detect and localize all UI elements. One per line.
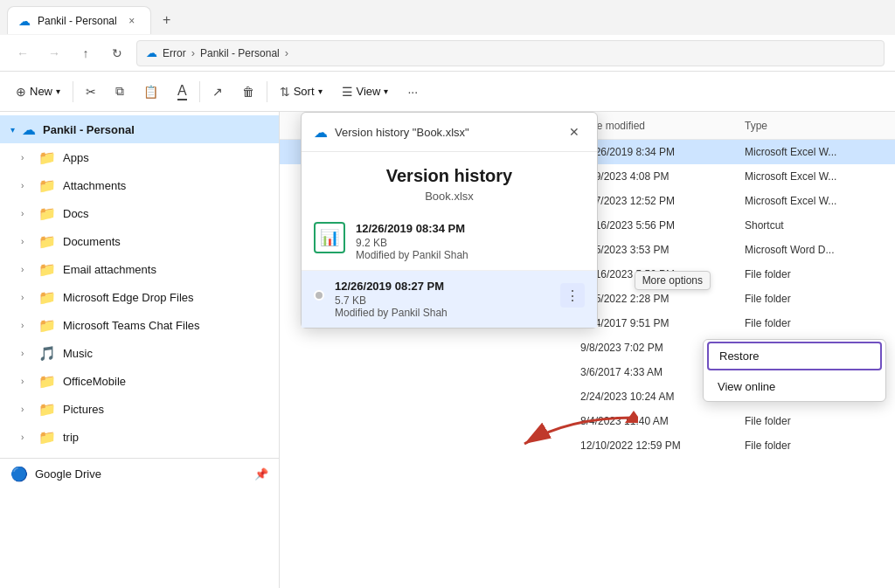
sidebar-item-chevron-icon: › [21, 209, 31, 218]
sidebar-item-officemobile[interactable]: ›📁OfficeMobile [0, 367, 279, 395]
sidebar-item-pictures[interactable]: ›📁Pictures [0, 395, 279, 423]
up-button[interactable]: ↑ [73, 41, 98, 66]
folder-icon: 🎵 [38, 345, 56, 362]
active-tab[interactable]: ☁ Pankil - Personal × [7, 6, 151, 34]
new-button[interactable]: ⊕ New ▾ [7, 77, 69, 107]
version-more-options-button[interactable]: ⋮ [560, 283, 585, 308]
new-chevron-icon: ▾ [56, 86, 60, 96]
sidebar-item-apps[interactable]: ›📁Apps [0, 143, 279, 171]
sort-button[interactable]: ⇅ Sort ▾ [271, 77, 331, 107]
sidebar-item-microsoft-edge-drop-files[interactable]: ›📁Microsoft Edge Drop Files [0, 283, 279, 311]
sidebar-item-label: Email attachments [63, 263, 156, 276]
folder-icon: 📁 [38, 233, 56, 250]
sidebar-item-chevron-icon: › [21, 153, 31, 163]
delete-button[interactable]: 🗑 [233, 77, 263, 107]
share-button[interactable]: ↗ [204, 77, 232, 107]
version-1-date: 12/26/2019 08:34 PM [356, 222, 585, 235]
sidebar-item-chevron-icon: › [21, 405, 31, 414]
sidebar-item-docs[interactable]: ›📁Docs [0, 199, 279, 227]
version-2-modified-by: Modified by Pankil Shah [335, 307, 550, 319]
view-label: View [357, 85, 381, 98]
sidebar-item-label: Docs [63, 207, 89, 220]
sidebar-item-label: Documents [63, 235, 121, 248]
new-icon: ⊕ [16, 85, 26, 99]
main-layout: ▾ ☁ Pankil - Personal ›📁Apps›📁Attachment… [0, 112, 895, 588]
sidebar-footer-google-drive[interactable]: 🔵 Google Drive 📌 [0, 458, 279, 489]
root-onedrive-icon: ☁ [22, 121, 36, 138]
sidebar-root-label: Pankil - Personal [43, 123, 135, 136]
view-online-button[interactable]: View online [704, 372, 885, 401]
sidebar-items: ›📁Apps›📁Attachments›📁Docs›📁Documents›📁Em… [0, 143, 279, 451]
sidebar-item-label: Pictures [63, 403, 104, 416]
folder-icon: 📁 [38, 261, 56, 278]
path-personal: Pankil - Personal [200, 47, 280, 59]
more-button[interactable]: ··· [399, 77, 427, 107]
folder-icon: 📁 [38, 317, 56, 334]
sidebar-item-attachments[interactable]: ›📁Attachments [0, 171, 279, 199]
folder-icon: 📁 [38, 205, 56, 222]
sidebar-item-label: Attachments [63, 179, 126, 192]
sidebar-item-chevron-icon: › [21, 181, 31, 190]
rename-icon: A [177, 83, 187, 100]
view-button[interactable]: ☰ View ▾ [333, 77, 398, 107]
onedrive-path-icon: ☁ [146, 46, 157, 59]
forward-button[interactable]: → [42, 41, 66, 66]
copy-icon: ⧉ [115, 84, 124, 99]
sort-icon: ⇅ [280, 85, 290, 99]
refresh-button[interactable]: ↻ [105, 41, 129, 66]
sidebar-item-label: trip [63, 431, 79, 444]
toolbar: ⊕ New ▾ ✂ ⧉ 📋 A ↗ 🗑 ⇅ Sort ▾ ☰ View ▾ ··… [0, 72, 895, 112]
sidebar-item-email-attachments[interactable]: ›📁Email attachments [0, 255, 279, 283]
new-tab-button[interactable]: + [155, 8, 179, 32]
pin-icon: 📌 [254, 467, 268, 481]
sidebar-item-trip[interactable]: ›📁trip [0, 423, 279, 451]
sidebar-item-chevron-icon: › [21, 377, 31, 386]
version-item-2[interactable]: 12/26/2019 08:27 PM 5.7 KB Modified by P… [302, 271, 597, 328]
root-chevron-icon: ▾ [10, 125, 15, 135]
dialog-onedrive-icon: ☁ [314, 124, 328, 141]
sidebar-item-chevron-icon: › [21, 349, 31, 358]
back-button[interactable]: ← [10, 41, 35, 66]
version-2-date: 12/26/2019 08:27 PM [335, 280, 550, 293]
version-2-info: 12/26/2019 08:27 PM 5.7 KB Modified by P… [335, 280, 550, 319]
address-bar: ← → ↑ ↻ ☁ Error › Pankil - Personal › [0, 35, 895, 72]
sidebar-root-item[interactable]: ▾ ☁ Pankil - Personal [0, 115, 279, 143]
folder-icon: 📁 [38, 401, 56, 418]
tab-close-button[interactable]: × [124, 13, 140, 29]
sidebar-footer-label: Google Drive [35, 467, 101, 481]
dialog-overlay: ☁ Version history "Book.xlsx" ✕ Version … [280, 112, 895, 588]
toolbar-sep-2 [199, 81, 200, 102]
folder-icon: 📁 [38, 429, 56, 446]
cut-button[interactable]: ✂ [77, 77, 105, 107]
sidebar-item-documents[interactable]: ›📁Documents [0, 227, 279, 255]
dialog-close-button[interactable]: ✕ [564, 121, 585, 142]
sidebar-item-chevron-icon: › [21, 237, 31, 246]
sidebar-item-microsoft-teams-chat-files[interactable]: ›📁Microsoft Teams Chat Files [0, 311, 279, 339]
sidebar-item-chevron-icon: › [21, 293, 31, 302]
restore-button[interactable]: Restore [707, 342, 882, 370]
error-path: Error [163, 47, 186, 59]
dialog-filename: Book.xlsx [314, 190, 585, 203]
version-1-info: 12/26/2019 08:34 PM 9.2 KB Modified by P… [356, 222, 585, 261]
view-icon: ☰ [342, 85, 353, 99]
paste-button[interactable]: 📋 [135, 77, 167, 107]
rename-button[interactable]: A [169, 77, 196, 107]
toolbar-sep-1 [73, 81, 73, 102]
version-item-1[interactable]: 📊 12/26/2019 08:34 PM 9.2 KB Modified by… [302, 213, 597, 271]
dialog-title: Version history [314, 166, 585, 186]
view-chevron-icon: ▾ [384, 86, 388, 96]
tab-bar: ☁ Pankil - Personal × + [0, 0, 895, 35]
new-label: New [30, 85, 52, 98]
sidebar-item-music[interactable]: ›🎵Music [0, 339, 279, 367]
google-drive-icon: 🔵 [10, 466, 28, 482]
dialog-body: Version history Book.xlsx [302, 152, 597, 213]
version-2-dot [314, 290, 324, 301]
address-path[interactable]: ☁ Error › Pankil - Personal › [136, 40, 885, 66]
version-1-modified-by: Modified by Pankil Shah [356, 249, 585, 261]
sort-label: Sort [294, 85, 315, 98]
path-separator-2: › [285, 46, 288, 59]
copy-button[interactable]: ⧉ [107, 77, 133, 107]
dialog-window-title: Version history "Book.xlsx" [335, 126, 557, 139]
arrow-annotation [498, 409, 638, 461]
toolbar-sep-3 [267, 81, 267, 102]
